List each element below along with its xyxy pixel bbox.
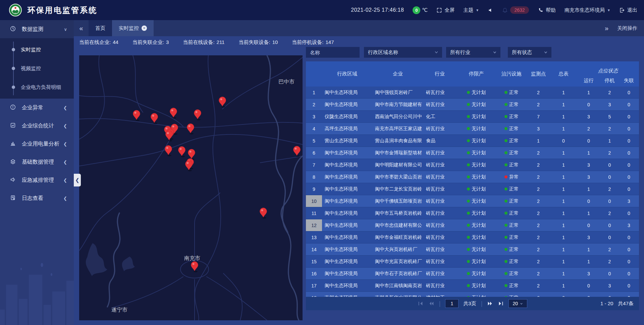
chevron-down-icon: ∨ <box>64 27 67 32</box>
sidebar-item-5[interactable]: 应急减排管理❮ <box>0 171 74 189</box>
cell-index[interactable]: 12 <box>306 219 322 231</box>
cell-index[interactable]: 17 <box>306 280 322 291</box>
cell-total-meter: 1 <box>550 111 577 122</box>
theme-button[interactable]: 主题▼ <box>463 7 479 13</box>
cell-index[interactable]: 16 <box>306 268 322 279</box>
sound-icon <box>488 7 493 13</box>
cell-index[interactable]: 10 <box>306 195 322 207</box>
table-row[interactable]: 1阆中生态环境局阆中强锐页岩砖厂砖瓦行业无计划正常21120 <box>306 87 639 99</box>
org-button[interactable]: 南充市生态环境局▼ <box>565 7 610 13</box>
logout-button[interactable]: 退出 <box>619 7 637 13</box>
cell-industry: 砖瓦行业 <box>423 99 456 110</box>
cell-pollution-facility: 正常 <box>496 268 527 279</box>
cell-monitor-points: 1 <box>527 135 550 147</box>
cell-stopped: 2 <box>600 243 619 255</box>
first-page-icon[interactable] <box>418 301 424 307</box>
tab-home[interactable]: 首页 <box>89 20 112 36</box>
fullscreen-button[interactable]: 全屏 <box>436 7 454 13</box>
sidebar-subitem-2[interactable]: 企业电力负荷明细 <box>0 78 74 97</box>
cell-index[interactable]: 8 <box>306 171 322 183</box>
cell-index[interactable]: 9 <box>306 183 322 195</box>
table-row[interactable]: 18南部生态环境局南部县新华水泥有限公建材加工无计划正常60060 <box>306 292 639 297</box>
map-city-label: 巴中市 <box>278 79 294 85</box>
cell-total-meter: 0 <box>550 292 577 297</box>
cell-index[interactable]: 1 <box>306 87 322 98</box>
sidebar-subitem-1[interactable]: 视频监控 <box>0 59 74 78</box>
next-page-icon[interactable] <box>487 301 493 307</box>
cell-index[interactable]: 4 <box>306 123 322 134</box>
table-row[interactable]: 13阆中生态环境局阆中市金福旺页岩机砖砖瓦行业无计划正常21300 <box>306 231 639 243</box>
sidebar-collapse-handle[interactable]: ❮ <box>74 174 81 186</box>
cell-industry: 砖瓦行业 <box>423 256 456 267</box>
page-size-select[interactable]: 20 <box>508 299 527 308</box>
cell-index[interactable]: 18 <box>306 292 322 297</box>
status-dot-icon <box>467 236 470 239</box>
prev-page-icon[interactable] <box>428 301 434 307</box>
tab-realtime-monitor[interactable]: 实时监控 ✕ <box>112 20 154 36</box>
table-row[interactable]: 2阆中生态环境局阆中市南方节能建材有砖瓦行业无计划正常21030 <box>306 99 639 111</box>
col-header-index <box>306 61 322 87</box>
cell-index[interactable]: 3 <box>306 111 322 122</box>
close-operations-button[interactable]: 关闭操作 <box>617 25 637 32</box>
col-header-monitor-points: 监测点 <box>527 61 550 87</box>
cell-index[interactable]: 14 <box>306 243 322 255</box>
status-dot-icon <box>504 284 507 287</box>
cell-index[interactable]: 13 <box>306 231 322 243</box>
cell-index[interactable]: 11 <box>306 207 322 219</box>
stat-label: 当前在线设备: <box>183 39 214 46</box>
table-row[interactable]: 16阆中生态环境局阆中市石子页岩机砖厂砖瓦行业无计划正常21300 <box>306 268 639 280</box>
notifications-button[interactable]: 2632 <box>502 6 529 14</box>
cell-index[interactable]: 6 <box>306 147 322 159</box>
table-row[interactable]: 9阆中生态环境局阆中市二龙长宝页岩砖砖瓦行业无计划正常21120 <box>306 183 639 195</box>
last-page-icon[interactable] <box>498 301 504 307</box>
help-button[interactable]: 帮助 <box>538 7 556 13</box>
cell-industry: 食品 <box>423 135 456 147</box>
pagination-summary: 1 - 20 共47条 <box>600 301 634 307</box>
tab-close-icon[interactable]: ✕ <box>142 25 147 31</box>
cell-stop-limit: 无计划 <box>456 268 496 279</box>
status-filter-select[interactable]: 所有状态 <box>508 47 551 58</box>
table-row[interactable]: 12阆中生态环境局阆中市忠信建材有限公砖瓦行业无计划正常21003 <box>306 219 639 231</box>
page-number-input[interactable] <box>445 299 459 308</box>
alert-icon <box>10 104 16 110</box>
sidebar-item-2[interactable]: 企业综合统计❮ <box>0 117 74 135</box>
cell-index[interactable]: 2 <box>306 99 322 110</box>
table-row[interactable]: 8阆中生态环境局阆中市枣碧大梁山页岩砖瓦行业无计划异常21300 <box>306 171 639 183</box>
stat-value: 10 <box>272 39 278 46</box>
industry-filter-select[interactable]: 所有行业 <box>446 47 500 58</box>
cell-offline: 0 <box>619 268 639 279</box>
table-row[interactable]: 5营山生态环境局营山县润丰肉食品有限食品无计划正常10010 <box>306 135 639 147</box>
sidebar-item-0[interactable]: 数据监测∨ <box>0 20 74 38</box>
sidebar-item-6[interactable]: 日志查看❮ <box>0 189 74 207</box>
cell-index[interactable]: 15 <box>306 256 322 267</box>
status-dot-icon <box>467 139 470 142</box>
map-canvas[interactable]: 巴中市南充市遂宁市 <box>79 55 303 320</box>
table-row[interactable]: 14阆中生态环境局阆中大兴页岩机砖厂砖瓦行业无计划正常21120 <box>306 243 639 256</box>
sidebar-subitem-0[interactable]: 实时监控 <box>0 40 74 59</box>
sidebar-item-1[interactable]: 企业异常❮ <box>0 99 74 117</box>
table-row[interactable]: 7阆中生态环境局阆中明阳建材有限公司砖瓦行业无计划正常21300 <box>306 159 639 171</box>
phone-icon <box>538 7 543 13</box>
table-row[interactable]: 3仪陇生态环境局西南油气田分公司川中化工无计划正常71350 <box>306 111 639 123</box>
table-row[interactable]: 11阆中生态环境局阆中市五马桥页岩机砖砖瓦行业无计划正常21120 <box>306 207 639 219</box>
tabs-scroll-right-icon[interactable]: » <box>605 24 608 32</box>
name-filter-input[interactable] <box>306 47 360 58</box>
table-row[interactable]: 4高坪生态环境局南充市高坪区王家店建砖瓦行业无计划正常31220 <box>306 123 639 135</box>
cell-index[interactable]: 7 <box>306 159 322 171</box>
tabs-scroll-left-icon[interactable]: « <box>74 20 89 36</box>
table-row[interactable]: 15阆中生态环境局阆中市光富页岩机砖厂砖瓦行业无计划正常21120 <box>306 256 639 268</box>
sidebar-item-4[interactable]: 基础数据管理❮ <box>0 153 74 171</box>
sidebar-item-3[interactable]: 企业用电量分析❮ <box>0 135 74 153</box>
stat-item-4: 当前停机设备:147 <box>292 39 334 46</box>
log-icon <box>10 195 17 202</box>
chevron-down-icon: ▼ <box>607 8 610 12</box>
table-row[interactable]: 10阆中生态环境局阆中千佛镇五郎垭页岩砖瓦行业无计划正常21003 <box>306 195 639 207</box>
status-dot-icon <box>504 115 507 118</box>
sound-button[interactable] <box>488 7 493 13</box>
table-row[interactable]: 17阆中生态环境局阆中市江南镇阆南页岩砖瓦行业无计划正常21030 <box>306 280 639 292</box>
region-filter-select[interactable]: 行政区域名称 <box>364 47 442 58</box>
table-row[interactable]: 6阆中生态环境局阆中市金博瑞新型墙材砖瓦行业无计划正常21120 <box>306 147 639 159</box>
pagination-bar: | 共3页 | 20 1 - 20 共47条 <box>306 297 639 310</box>
cell-index[interactable]: 5 <box>306 135 322 147</box>
logout-label: 退出 <box>627 7 637 13</box>
